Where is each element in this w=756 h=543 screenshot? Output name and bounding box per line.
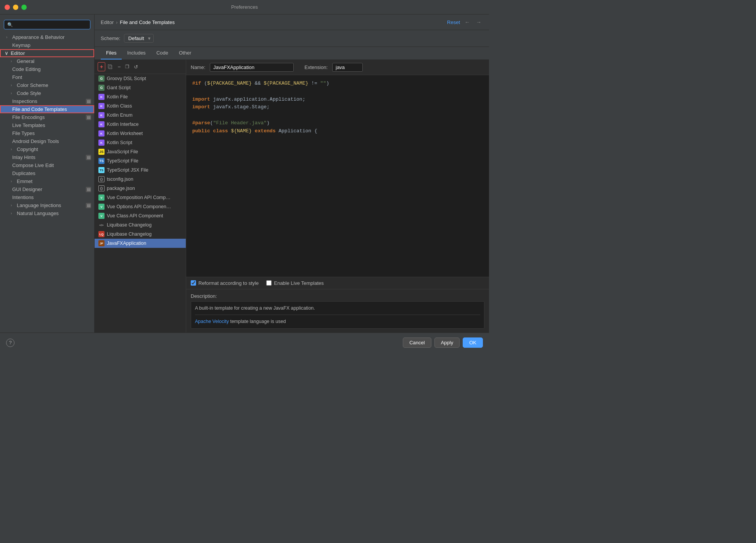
file-item-name: JavaScript File [107, 149, 138, 154]
ok-button[interactable]: OK [463, 337, 483, 348]
sidebar-item-code-editing[interactable]: Code Editing [0, 65, 94, 73]
reformat-label: Reformat according to style [198, 280, 259, 286]
velocity-suffix: template language is used [229, 319, 286, 324]
minimize-button[interactable] [13, 5, 18, 10]
list-item-javafx[interactable]: JF JavaFXApplication [95, 239, 186, 248]
sidebar-item-file-encodings[interactable]: File Encodings ▤ [0, 113, 94, 121]
code-line: #if (${PACKAGE_NAME} && ${PACKAGE_NAME} … [192, 80, 483, 88]
name-input[interactable] [210, 63, 294, 72]
sidebar-item-inlay-hints[interactable]: Inlay Hints ▤ [0, 153, 94, 161]
list-item[interactable]: {} package.json [95, 184, 186, 193]
code-line: public class ${NAME} extends Application… [192, 127, 483, 135]
sidebar-item-live-templates[interactable]: Live Templates [0, 121, 94, 129]
sidebar-item-android-design-tools[interactable]: Android Design Tools [0, 137, 94, 145]
code-editor[interactable]: #if (${PACKAGE_NAME} && ${PACKAGE_NAME} … [186, 75, 489, 277]
sidebar-item-appearance[interactable]: › Appearance & Behavior [0, 33, 94, 41]
code-line: #parse("File Header.java") [192, 119, 483, 127]
sidebar-item-code-style[interactable]: › Code Style [0, 89, 94, 97]
list-item[interactable]: K Kotlin File [95, 92, 186, 101]
list-item[interactable]: G Gant Script [95, 83, 186, 92]
sidebar-item-natural-languages[interactable]: › Natural Languages [0, 209, 94, 217]
sidebar-item-color-scheme[interactable]: › Color Scheme [0, 81, 94, 89]
tsx-icon: TS [98, 167, 105, 173]
file-item-name: Kotlin Class [107, 103, 132, 109]
sidebar-item-duplicates[interactable]: Duplicates [0, 169, 94, 177]
breadcrumb-current: File and Code Templates [120, 19, 175, 25]
sidebar-item-intentions[interactable]: Intentions [0, 193, 94, 201]
tab-code[interactable]: Code [151, 47, 174, 59]
list-item[interactable]: JS JavaScript File [95, 147, 186, 156]
close-button[interactable] [5, 5, 10, 10]
reset-button[interactable]: Reset [447, 19, 460, 25]
list-item[interactable]: TS TypeScript File [95, 156, 186, 165]
tab-other[interactable]: Other [174, 47, 197, 59]
back-button[interactable]: ← [463, 18, 471, 26]
bottom-actions: Cancel Apply OK [403, 337, 483, 348]
cancel-button[interactable]: Cancel [403, 337, 431, 348]
velocity-link[interactable]: Apache Velocity [195, 319, 229, 324]
sidebar-item-compose-live-edit[interactable]: Compose Live Edit [0, 161, 94, 169]
extension-input[interactable] [332, 63, 363, 72]
sidebar-item-label: Duplicates [12, 170, 35, 176]
list-item[interactable]: V Vue Class API Component [95, 211, 186, 220]
live-templates-label: Enable Live Templates [274, 280, 324, 286]
file-item-name: Liquibase Changelog [107, 231, 151, 237]
list-item[interactable]: K Kotlin Interface [95, 120, 186, 129]
list-item[interactable]: LQ Liquibase Changelog [95, 230, 186, 239]
list-item[interactable]: K Kotlin Class [95, 101, 186, 111]
remove-template-button[interactable]: − [116, 63, 122, 71]
javafx-icon: JF [98, 240, 105, 246]
gui-designer-badge: ▤ [86, 187, 91, 192]
forward-button[interactable]: → [475, 18, 483, 26]
kotlin-icon: K [98, 112, 105, 118]
list-item[interactable]: TS TypeScript JSX File [95, 165, 186, 175]
live-templates-checkbox-label[interactable]: Enable Live Templates [266, 280, 324, 286]
sidebar-item-language-injections[interactable]: › Language Injections ▤ [0, 201, 94, 209]
sidebar-item-editor[interactable]: ∨ Editor [0, 49, 94, 57]
json-icon: {} [98, 176, 105, 182]
sidebar-item-file-types[interactable]: File Types [0, 129, 94, 137]
list-item[interactable]: G Groovy DSL Script [95, 74, 186, 83]
vue-icon: V [98, 213, 105, 219]
sidebar-item-font[interactable]: Font [0, 73, 94, 81]
reset-template-button[interactable]: ↺ [132, 63, 140, 71]
list-item[interactable]: K Kotlin Script [95, 138, 186, 147]
list-item[interactable]: V Vue Composition API Comp… [95, 193, 186, 202]
reformat-checkbox[interactable] [191, 280, 196, 286]
list-item[interactable]: K Kotlin Worksheet [95, 129, 186, 138]
list-item[interactable]: {} tsconfig.json [95, 175, 186, 184]
reformat-checkbox-label[interactable]: Reformat according to style [191, 280, 259, 286]
list-item[interactable]: </> Liquibase Changelog [95, 220, 186, 230]
sidebar-item-inspections[interactable]: Inspections ▤ [0, 97, 94, 105]
right-panel: Editor › File and Code Templates Reset ←… [95, 14, 489, 333]
search-input[interactable] [15, 22, 87, 27]
sidebar-item-file-code-templates[interactable]: File and Code Templates [0, 105, 94, 113]
scheme-select[interactable]: Default [124, 34, 154, 43]
apply-button[interactable]: Apply [434, 337, 460, 348]
sidebar-item-gui-designer[interactable]: GUI Designer ▤ [0, 185, 94, 193]
sidebar-item-general[interactable]: › General [0, 57, 94, 65]
code-line: import javafx.application.Application; [192, 96, 483, 104]
copy-template-button[interactable]: ⿻ [106, 63, 115, 71]
list-item[interactable]: V Vue Options API Componen… [95, 202, 186, 211]
sidebar-item-label: Natural Languages [17, 210, 59, 216]
maximize-button[interactable] [21, 5, 27, 10]
sidebar-item-emmet[interactable]: › Emmet [0, 177, 94, 185]
sidebar-item-label: GUI Designer [12, 186, 42, 192]
help-button[interactable]: ? [6, 339, 14, 347]
live-templates-checkbox[interactable] [266, 280, 272, 286]
sidebar-item-copyright[interactable]: › Copyright [0, 145, 94, 153]
window-controls[interactable] [5, 5, 27, 10]
add-template-button[interactable]: + [98, 62, 105, 71]
tab-files[interactable]: Files [101, 47, 122, 59]
search-box[interactable]: 🔍 [4, 20, 90, 29]
list-item[interactable]: K Kotlin Enum [95, 111, 186, 120]
tab-includes[interactable]: Includes [122, 47, 151, 59]
file-item-name: Kotlin Script [107, 140, 132, 145]
sidebar-item-keymap[interactable]: Keymap [0, 41, 94, 49]
duplicate-template-button[interactable]: ❐ [123, 63, 131, 71]
description-text: A built-in template for creating a new J… [195, 305, 480, 312]
sidebar-item-label: Code Style [17, 90, 41, 96]
kotlin-icon: K [98, 103, 105, 109]
scheme-select-wrap[interactable]: Default [124, 34, 154, 43]
